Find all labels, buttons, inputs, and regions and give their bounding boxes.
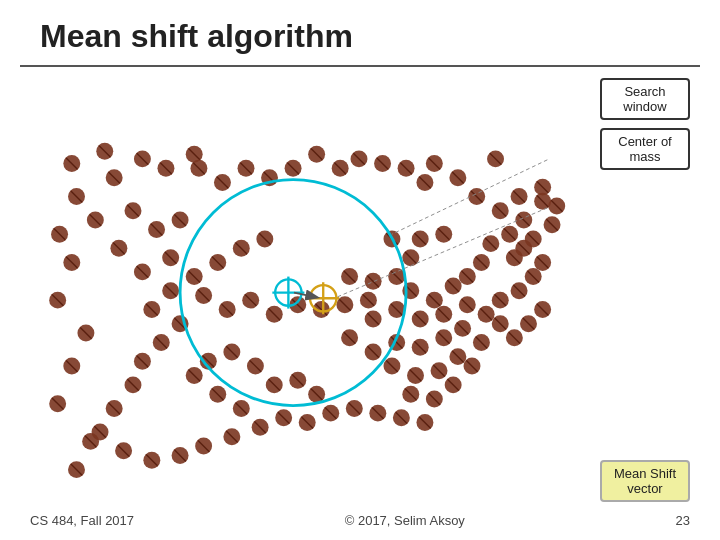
legend-center-of-mass: Center of mass xyxy=(600,128,690,170)
data-points xyxy=(49,143,565,478)
vis-svg xyxy=(20,72,585,500)
center-of-mass-crosshair xyxy=(307,282,339,314)
slide: Mean shift algorithm Search window Cente… xyxy=(0,0,720,540)
legend-mean-shift-vector: Mean Shift vector xyxy=(600,460,690,502)
divider xyxy=(20,65,700,67)
footer-right: 23 xyxy=(676,513,690,528)
footer-center: © 2017, Selim Aksoy xyxy=(345,513,465,528)
page-title: Mean shift algorithm xyxy=(40,18,353,55)
footer: CS 484, Fall 2017 © 2017, Selim Aksoy 23 xyxy=(0,513,720,528)
visualization-area xyxy=(20,72,585,500)
footer-left: CS 484, Fall 2017 xyxy=(30,513,134,528)
legend-search-window: Search window xyxy=(600,78,690,120)
